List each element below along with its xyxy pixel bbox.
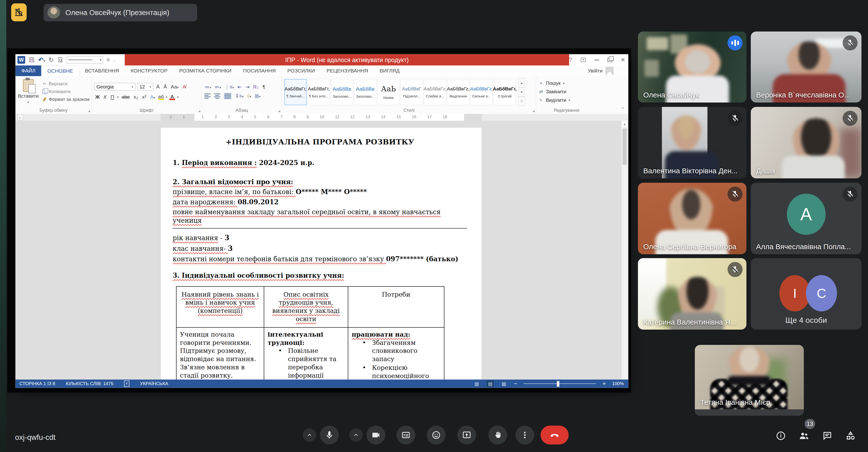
reactions-button[interactable]: [427, 426, 445, 445]
save-icon[interactable]: [29, 57, 35, 63]
read-mode-button[interactable]: ▥: [473, 380, 480, 387]
tab-page-layout[interactable]: РОЗМІТКА СТОРІНКИ: [174, 65, 237, 76]
document-page[interactable]: +ІНДИВІДУАЛЬНА ПРОГРАМА РОЗВИТКУ 1. Пері…: [161, 128, 482, 379]
style-strong[interactable]: АаБбВвГг,Строгий: [494, 79, 516, 105]
tile-alla[interactable]: А Алла Вячеславівна Попла...: [751, 183, 862, 254]
close-button[interactable]: ✕: [620, 56, 625, 63]
tile-tetiana[interactable]: Тетяна Іванівна Мієр: [695, 345, 804, 416]
sort-button[interactable]: Я↓: [253, 84, 259, 90]
show-marks-button[interactable]: ¶: [262, 84, 265, 90]
camera-button[interactable]: [366, 426, 385, 445]
tile-veronika[interactable]: Вероніка В`ячеславівна О...: [751, 31, 862, 103]
find-button[interactable]: ⌖Пошук▾: [538, 81, 594, 86]
tab-file[interactable]: ФАЙЛ: [16, 65, 41, 76]
superscript-button[interactable]: x²: [141, 93, 148, 100]
style-heading1[interactable]: АаБбВвЗаголово...: [331, 79, 353, 105]
tile-dasha[interactable]: Даша: [751, 107, 862, 178]
more-options-button[interactable]: [516, 426, 534, 445]
align-left-button[interactable]: [205, 93, 211, 98]
select-button[interactable]: ⇖Виділити▾: [538, 97, 594, 103]
present-button[interactable]: [457, 426, 476, 445]
tab-review[interactable]: РЕЦЕНЗУВАННЯ: [321, 65, 374, 76]
numbering-button[interactable]: ≕▾: [215, 84, 221, 90]
captions-button[interactable]: [397, 426, 415, 445]
presentation-muted-button[interactable]: [11, 3, 27, 21]
cut-button[interactable]: ✂Вирізати: [42, 81, 90, 87]
style-subtitle[interactable]: АаБбВвГПідзагол...: [401, 79, 423, 105]
zoom-in-button[interactable]: +: [602, 380, 606, 387]
underline-button[interactable]: П: [110, 93, 115, 100]
grow-font-button[interactable]: А́: [155, 83, 161, 90]
tab-references[interactable]: ПОСИЛАННЯ: [237, 65, 282, 76]
mic-options-chevron[interactable]: [303, 428, 316, 442]
page-indicator[interactable]: СТОРІНКА 1 ІЗ 8: [20, 381, 55, 386]
font-name-combobox[interactable]: Georgia▾: [94, 83, 135, 91]
ribbon-display-options-button[interactable]: [580, 57, 586, 63]
style-no-spacing[interactable]: АаБбВвГг,¶ Без інте...: [308, 79, 330, 105]
text-effects-button[interactable]: А▾: [149, 93, 156, 100]
minimize-button[interactable]: [594, 60, 599, 60]
camera-options-chevron[interactable]: [349, 428, 363, 442]
chat-button[interactable]: [820, 429, 834, 443]
tile-valentyna[interactable]: Валентина Вікторівна Ден...: [638, 107, 746, 178]
highlight-button[interactable]: аб: [158, 94, 164, 100]
bold-button[interactable]: Ж: [94, 93, 101, 100]
border-style-combobox[interactable]: ▾: [67, 56, 103, 63]
line-spacing-button[interactable]: ≡: [106, 57, 110, 62]
raise-hand-button[interactable]: [488, 426, 507, 445]
language-indicator[interactable]: УКРАЇНСЬКА: [140, 381, 168, 386]
tile-kateryna[interactable]: Катерина Валентинівна Я...: [638, 258, 746, 330]
end-call-button[interactable]: [540, 426, 569, 445]
clear-formatting-button[interactable]: А̸: [181, 83, 187, 90]
style-normal[interactable]: АаБбВвГг,¶ Звичай...: [284, 79, 307, 105]
strikethrough-button[interactable]: abc: [121, 93, 131, 100]
dialog-launcher-icon[interactable]: ◢: [533, 109, 534, 112]
help-button[interactable]: ?: [569, 56, 572, 63]
align-center-button[interactable]: [214, 93, 220, 98]
tile-more-people[interactable]: І С Ще 4 особи: [751, 258, 862, 330]
dialog-launcher-icon[interactable]: ◢: [198, 109, 200, 112]
scrollbar-thumb[interactable]: [622, 129, 627, 165]
mic-button[interactable]: [320, 426, 339, 445]
subscript-button[interactable]: x₂: [133, 93, 139, 100]
scroll-up-icon[interactable]: ▲: [621, 121, 628, 127]
tile-olena-vernyhora[interactable]: Олена Сергіївна Вернигора: [638, 183, 746, 254]
borders-button[interactable]: ⊞▾: [254, 93, 260, 99]
font-color-button[interactable]: А: [169, 94, 175, 100]
restore-button[interactable]: [608, 58, 612, 62]
activities-button[interactable]: [844, 429, 857, 443]
vertical-scrollbar[interactable]: ▲: [621, 121, 628, 379]
font-size-combobox[interactable]: 12▾: [137, 83, 153, 91]
dialog-launcher-icon[interactable]: ◢: [278, 109, 280, 112]
document-area[interactable]: +ІНДИВІДУАЛЬНА ПРОГРАМА РОЗВИТКУ 1. Пері…: [16, 121, 628, 379]
increase-indent-button[interactable]: ⇥: [245, 84, 249, 90]
print-layout-button[interactable]: ▤: [487, 380, 494, 387]
collapse-ribbon-button[interactable]: ⌃: [621, 106, 625, 112]
gallery-down-icon[interactable]: ▼: [518, 87, 525, 97]
zoom-slider-thumb[interactable]: [557, 381, 559, 387]
gallery-expand-icon[interactable]: ⍗: [518, 97, 525, 106]
people-button[interactable]: [797, 429, 811, 443]
bullets-button[interactable]: ≔▾: [205, 84, 211, 90]
replace-button[interactable]: ⇄Замінити: [538, 89, 594, 94]
web-layout-button[interactable]: ▧: [500, 380, 507, 387]
style-heading2[interactable]: АаБбВвЗаголово...: [354, 79, 376, 105]
sign-in-area[interactable]: Увійти: [588, 65, 614, 76]
word-count[interactable]: КІЛЬКІСТЬ СЛІВ: 1475: [66, 381, 113, 386]
line-spacing-button[interactable]: ⇕≡▾: [235, 93, 244, 99]
proofing-status-icon[interactable]: ✗: [124, 380, 129, 387]
undo-button[interactable]: ↶▾: [38, 57, 45, 63]
tab-view[interactable]: ВИГЛЯД: [374, 65, 405, 76]
copy-button[interactable]: Копіювати: [42, 89, 90, 94]
style-subtle-emphasis[interactable]: АаБбВвГг,Слабке в...: [424, 79, 446, 105]
zoom-level[interactable]: 100%: [612, 381, 624, 386]
style-title[interactable]: АаЬНазва: [377, 79, 400, 105]
justify-button[interactable]: [224, 93, 231, 100]
change-case-button[interactable]: Аа▾: [170, 83, 180, 90]
styles-gallery-scroll[interactable]: ▲ ▼ ⍗: [518, 78, 525, 106]
meeting-details-button[interactable]: [774, 429, 787, 443]
italic-button[interactable]: К: [103, 93, 107, 100]
tab-insert[interactable]: ВСТАВЛЕННЯ: [79, 65, 125, 76]
ruler[interactable]: ⌐ 2 1 1 2 3 4 5 6 7 8 9 10 11 12 13 14 1…: [16, 114, 628, 121]
style-intense-emphasis[interactable]: АаБбВвГг,Сильне в...: [470, 79, 493, 105]
